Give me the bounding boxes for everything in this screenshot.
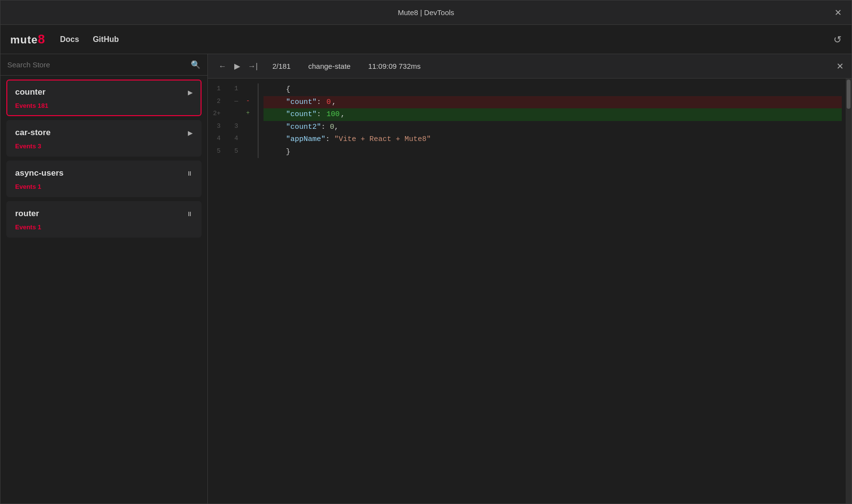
- panel-close-button[interactable]: ✕: [836, 61, 844, 72]
- store-item-header: counter ▶: [15, 87, 193, 97]
- store-item-header: router ⏸: [15, 209, 193, 219]
- store-item-router[interactable]: router ⏸ Events 1: [6, 201, 202, 238]
- line-num-new: 1: [225, 83, 243, 94]
- store-name: async-users: [15, 168, 63, 178]
- store-item-counter[interactable]: counter ▶ Events 181: [6, 80, 202, 116]
- event-name: change-state: [308, 62, 351, 70]
- play-icon: ▶: [188, 89, 193, 96]
- refresh-button[interactable]: ↺: [833, 34, 842, 45]
- app-window: Mute8 | DevTools ✕ mute8 Docs GitHub ↺ 🔍…: [0, 0, 852, 504]
- search-icon: 🔍: [191, 60, 201, 69]
- code-content: "count2": 0,: [264, 121, 842, 134]
- code-content: "count": 0,: [264, 96, 842, 109]
- github-link[interactable]: GitHub: [93, 35, 119, 44]
- code-area: 1 1 { 2 — - "count": 0, 2+ + "count": 10…: [208, 79, 852, 504]
- line-num-old: 2: [208, 96, 225, 107]
- line-num-old: 5: [208, 146, 225, 157]
- store-name: router: [15, 209, 39, 219]
- store-name: car-store: [15, 128, 51, 138]
- store-item-header: async-users ⏸: [15, 168, 193, 178]
- code-line: 5 5 }: [208, 146, 842, 159]
- line-num-old: 4: [208, 133, 225, 144]
- store-item-car-store[interactable]: car-store ▶ Events 3: [6, 120, 202, 157]
- line-num-new: 3: [225, 121, 243, 132]
- code-line: 1 1 {: [208, 83, 842, 96]
- play-button[interactable]: ▶: [231, 60, 243, 73]
- search-input[interactable]: [7, 60, 191, 69]
- events-label: Events: [15, 223, 38, 231]
- code-toolbar: ← ▶ →| 2/181 change-state 11:09:09 732ms…: [208, 54, 852, 79]
- play-icon: ▶: [188, 129, 193, 137]
- code-panel: ← ▶ →| 2/181 change-state 11:09:09 732ms…: [208, 54, 852, 504]
- store-item-async-users[interactable]: async-users ⏸ Events 1: [6, 161, 202, 197]
- line-num-old: 1: [208, 83, 225, 94]
- store-events: Events 1: [15, 223, 193, 231]
- store-name: counter: [15, 87, 45, 97]
- line-num-old: 2+: [208, 108, 225, 119]
- events-count: 1: [38, 183, 41, 190]
- main-content: 🔍 counter ▶ Events 181 car-store ▶ Event…: [0, 54, 852, 504]
- toolbar-nav: ← ▶ →|: [216, 60, 261, 73]
- scrollbar-thumb[interactable]: [847, 80, 851, 109]
- refresh-icon: ↺: [833, 34, 842, 45]
- code-line: 3 3 "count2": 0,: [208, 121, 842, 134]
- code-content: "appName": "Vite + React + Mute8": [264, 133, 842, 146]
- events-label: Events: [15, 102, 38, 109]
- event-timestamp: 11:09:09 732ms: [368, 62, 421, 70]
- prev-event-button[interactable]: ←: [216, 60, 229, 73]
- line-marker: +: [243, 108, 253, 118]
- store-events: Events 3: [15, 142, 193, 150]
- event-counter: 2/181: [272, 62, 291, 70]
- code-content: }: [264, 146, 842, 159]
- code-line: 2 — - "count": 0,: [208, 96, 842, 109]
- vertical-line: [258, 108, 259, 121]
- code-content: "count": 100,: [264, 108, 842, 121]
- line-num-new: 4: [225, 133, 243, 144]
- code-content: {: [264, 83, 842, 96]
- line-num-old: 3: [208, 121, 225, 132]
- events-count: 1: [38, 223, 41, 231]
- line-num-new: 5: [225, 146, 243, 157]
- logo: mute8: [10, 32, 45, 47]
- store-events: Events 1: [15, 183, 193, 190]
- window-title: Mute8 | DevTools: [398, 8, 454, 17]
- vertical-line: [258, 121, 259, 134]
- docs-link[interactable]: Docs: [60, 35, 79, 44]
- events-count: 181: [38, 102, 48, 109]
- line-num-new: —: [225, 96, 243, 107]
- pause-icon: ⏸: [186, 170, 193, 177]
- logo-text: mute8: [10, 32, 45, 47]
- store-events: Events 181: [15, 102, 193, 109]
- code-body: 1 1 { 2 — - "count": 0, 2+ + "count": 10…: [208, 79, 852, 504]
- code-line: 4 4 "appName": "Vite + React + Mute8": [208, 133, 842, 146]
- title-bar: Mute8 | DevTools ✕: [0, 0, 852, 25]
- search-bar: 🔍: [0, 54, 207, 76]
- vertical-line: [258, 83, 259, 96]
- header-nav: mute8 Docs GitHub ↺: [0, 25, 852, 54]
- store-list: counter ▶ Events 181 car-store ▶ Events …: [0, 76, 207, 504]
- store-item-header: car-store ▶: [15, 128, 193, 138]
- events-label: Events: [15, 142, 38, 150]
- line-marker: -: [243, 96, 253, 106]
- next-event-button[interactable]: →|: [245, 60, 261, 73]
- vertical-line: [258, 133, 259, 146]
- window-close-button[interactable]: ✕: [834, 7, 842, 18]
- events-label: Events: [15, 183, 38, 190]
- events-count: 3: [38, 142, 41, 150]
- code-line: 2+ + "count": 100,: [208, 108, 842, 121]
- vertical-line: [258, 96, 259, 109]
- pause-icon: ⏸: [186, 210, 193, 218]
- sidebar: 🔍 counter ▶ Events 181 car-store ▶ Event…: [0, 54, 208, 504]
- scrollbar[interactable]: [846, 79, 852, 504]
- vertical-line: [258, 146, 259, 159]
